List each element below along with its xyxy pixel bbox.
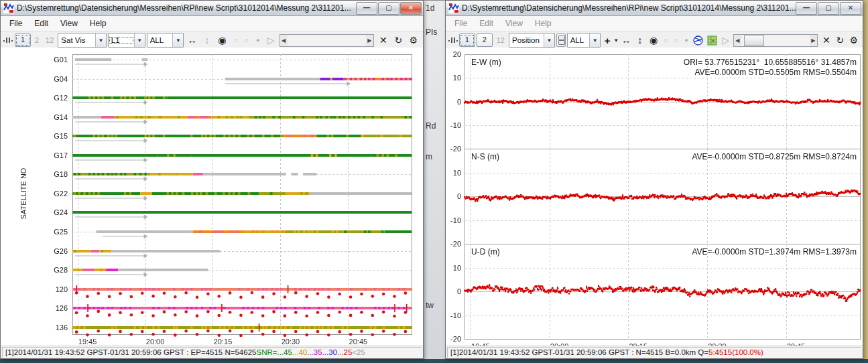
options-button[interactable]: ⚙: [407, 33, 420, 47]
toolbar-drag-grip[interactable]: [3, 36, 12, 44]
desktop: 1dPIsRdmtw D:\Systemrettung\Datensicheru…: [0, 0, 868, 363]
marker-size-3-button[interactable]: ●: [682, 33, 690, 47]
minimize-button[interactable]: —: [796, 2, 817, 15]
status-segment: SNR=...45: [256, 348, 292, 357]
status-segment: 5:4515(100.0%): [708, 348, 763, 357]
view-panel-2-button[interactable]: 2: [477, 33, 493, 47]
toolbar: 1212Sat Vis▼L1▼ALL▼↔↕◉○○●▷◀▶✕↻⚙: [1, 31, 423, 50]
fit-vertical-button[interactable]: ↕: [634, 33, 646, 47]
background-window-text: tw: [426, 301, 434, 310]
status-bar: [1]2014/01/31 19:43:52 GPST-01/31 20:59:…: [1, 346, 423, 358]
split-view-button[interactable]: [556, 33, 566, 47]
time-scrollbar[interactable]: ◀▶: [733, 34, 818, 47]
desktop-right-sliver: [863, 0, 868, 363]
menu-view[interactable]: View: [54, 17, 84, 29]
view-panel-1-button[interactable]: 1: [459, 33, 475, 47]
rtkplot-window-position: D:\Systemrettung\Datensicherung\Messreih…: [445, 0, 863, 359]
google-earth-button[interactable]: [692, 33, 704, 47]
chevron-down-icon: ▼: [134, 33, 145, 47]
plot-type-select[interactable]: Position▼: [509, 33, 555, 48]
toolbar-drag-grip[interactable]: [448, 36, 456, 44]
marker-size-2-button[interactable]: ○: [242, 33, 252, 47]
position-plot[interactable]: [446, 48, 863, 346]
title-bar[interactable]: D:\Systemrettung\Datensicherung\Messreih…: [446, 1, 863, 16]
menu-view[interactable]: View: [499, 17, 529, 29]
satellite-filter-select[interactable]: ALL▼: [147, 33, 184, 48]
status-segment: ...30: [322, 348, 337, 357]
status-segment: ...25: [337, 348, 352, 357]
status-segment: ...35: [307, 348, 322, 357]
status-text: [1]2014/01/31 19:43:52 GPST-01/31 20:59:…: [2, 347, 422, 358]
menu-help[interactable]: Help: [84, 17, 113, 29]
background-window-text: Rd: [426, 121, 436, 131]
background-window-text: m: [426, 152, 432, 161]
app-icon: [3, 3, 14, 13]
time-scrollbar[interactable]: ◀▶: [280, 34, 374, 47]
clear-plot-button[interactable]: ✕: [377, 33, 390, 47]
background-window-text: PIs: [426, 27, 437, 37]
fit-horizontal-button[interactable]: ↔: [185, 33, 198, 47]
scroll-left-arrow[interactable]: ◀: [280, 35, 288, 46]
menu-bar: FileEditViewHelp: [446, 16, 863, 31]
animate-button[interactable]: ▷: [264, 33, 277, 47]
status-segment: ...40: [292, 348, 307, 357]
center-origin-button[interactable]: ◉: [215, 33, 229, 47]
menu-file[interactable]: File: [3, 17, 28, 29]
reload-button[interactable]: ↻: [391, 33, 405, 47]
background-window-text: 1d: [426, 3, 434, 13]
status-bar: [1]2014/01/31 19:43:52 GPST-01/31 20:59:…: [446, 346, 863, 358]
chevron-down-icon: ▼: [544, 33, 554, 47]
options-button[interactable]: ⚙: [848, 33, 860, 47]
chevron-down-icon: ▼: [613, 38, 619, 44]
taskbar-edge: [0, 359, 868, 363]
menu-help[interactable]: Help: [529, 17, 558, 29]
marker-size-3-button[interactable]: ●: [253, 33, 263, 47]
fit-vertical-button[interactable]: ↕: [200, 33, 214, 47]
cursor-crosshair-button[interactable]: +▼: [602, 35, 619, 46]
view-panel-1-button[interactable]: 1: [15, 33, 31, 47]
maximize-button[interactable]: ▢: [378, 2, 399, 15]
clear-plot-button[interactable]: ✕: [820, 33, 832, 47]
close-button[interactable]: ✕: [840, 2, 861, 15]
scroll-right-arrow[interactable]: ▶: [366, 35, 373, 46]
status-text: [1]2014/01/31 19:43:52 GPST-01/31 20:59:…: [447, 347, 861, 358]
marker-size-2-button[interactable]: ○: [672, 33, 680, 47]
menu-file[interactable]: File: [448, 17, 473, 29]
center-origin-button[interactable]: ◉: [647, 33, 660, 47]
status-segment: [1]2014/01/31 19:43:52 GPST-01/31 20:59:…: [5, 348, 256, 357]
menu-edit[interactable]: Edit: [473, 17, 499, 29]
minimize-button[interactable]: —: [356, 2, 377, 15]
window-title: D:\Systemrettung\Datensicherung\Messreih…: [462, 3, 796, 13]
frequency-select[interactable]: L1▼: [108, 33, 145, 48]
satellite-filter-select[interactable]: ALL▼: [567, 33, 601, 48]
fit-horizontal-button[interactable]: ↔: [620, 33, 632, 47]
chevron-down-icon: ▼: [95, 33, 106, 47]
chevron-down-icon: ▼: [589, 33, 600, 47]
view-panel-12-button[interactable]: 12: [43, 36, 56, 44]
plot-type-select[interactable]: Sat Vis▼: [58, 33, 107, 48]
window-title: D:\Systemrettung\Datensicherung\Messreih…: [17, 3, 356, 13]
status-segment: [1]2014/01/31 19:43:52 GPST-01/31 20:59:…: [450, 348, 708, 357]
scroll-right-arrow[interactable]: ▶: [810, 35, 817, 46]
animate-button[interactable]: ▷: [719, 33, 731, 47]
close-button[interactable]: ✕: [400, 2, 422, 15]
title-bar[interactable]: D:\Systemrettung\Datensicherung\Messreih…: [1, 1, 423, 16]
maximize-button[interactable]: ▢: [818, 2, 839, 15]
rtkplot-window-satvis: D:\Systemrettung\Datensicherung\Messreih…: [0, 0, 424, 359]
marker-size-1-button[interactable]: ○: [661, 33, 670, 47]
reload-button[interactable]: ↻: [834, 33, 846, 47]
satellite-visibility-plot[interactable]: [1, 48, 423, 346]
scroll-left-arrow[interactable]: ◀: [734, 35, 741, 46]
menu-edit[interactable]: Edit: [28, 17, 54, 29]
marker-size-1-button[interactable]: ○: [231, 33, 241, 47]
view-panel-12-button[interactable]: 12: [494, 36, 507, 44]
scrollbar-thumb[interactable]: [744, 35, 764, 46]
toolbar: 1212Position▼ALL▼+▼↔↕◉○○●▷◀▶✕↻⚙: [446, 31, 863, 50]
status-segment: <25: [352, 348, 365, 357]
menu-bar: FileEditViewHelp: [1, 16, 423, 31]
chevron-down-icon: ▼: [172, 33, 183, 47]
view-panel-2-button[interactable]: 2: [32, 36, 42, 44]
map-view-button[interactable]: [706, 33, 718, 47]
app-icon: [448, 3, 459, 13]
